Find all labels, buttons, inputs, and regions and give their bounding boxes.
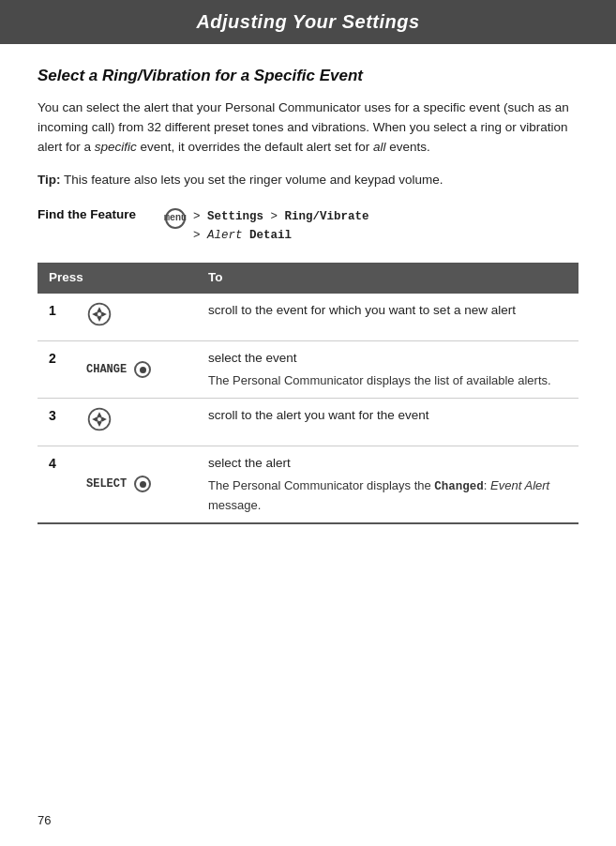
row1-press: [75, 293, 197, 341]
header-title: Adjusting Your Settings: [196, 11, 419, 32]
svg-point-0: [89, 304, 111, 325]
nav-circle-icon-3: [86, 406, 113, 432]
page-number: 76: [38, 813, 51, 827]
table-header-row: Press To: [38, 263, 578, 293]
svg-point-5: [97, 311, 101, 316]
row4-secondary: The Personal Communicator displays the C…: [208, 476, 567, 514]
svg-point-6: [89, 409, 111, 431]
svg-marker-10: [102, 416, 107, 421]
header-press: Press: [38, 263, 197, 293]
table-row: 2 CHANGE select the event The Personal C…: [38, 341, 578, 399]
content: Select a Ring/Vibration for a Specific E…: [0, 44, 616, 547]
feature-path-2: > Alert Detail: [193, 229, 292, 242]
svg-marker-3: [92, 311, 97, 316]
nav-circle-icon-1: [86, 301, 113, 327]
find-feature-content: menu > Settings > Ring/Vibrate > Alert D…: [165, 207, 369, 246]
find-feature-label: Find the Feature: [38, 207, 150, 221]
feature-path-1: > Settings > Ring/Vibrate: [193, 210, 369, 223]
bullet-icon: [134, 361, 151, 378]
menu-icon: menu: [165, 208, 186, 229]
table-row: 4 SELECT select the alert The Personal C…: [38, 446, 578, 523]
row2-press: CHANGE: [75, 341, 197, 399]
svg-marker-1: [97, 307, 101, 311]
tip-body: This feature also lets you set the ringe…: [64, 173, 443, 187]
table-row: 3 scroll to the alert you want for the e…: [38, 398, 578, 446]
instructions-table: Press To 1 scro: [38, 263, 578, 524]
row3-press: [75, 398, 197, 446]
row4-to: select the alert The Personal Communicat…: [197, 446, 578, 523]
row2-num: 2: [38, 341, 75, 399]
select-label: SELECT: [86, 476, 127, 492]
tip-paragraph: Tip: This feature also lets you set the …: [38, 171, 578, 190]
row4-press-combo: SELECT: [86, 476, 186, 492]
section-title: Select a Ring/Vibration for a Specific E…: [38, 67, 578, 85]
row1-num: 1: [38, 293, 75, 341]
feature-path: > Settings > Ring/Vibrate > Alert Detail: [193, 207, 369, 246]
svg-marker-8: [97, 422, 101, 427]
svg-marker-9: [92, 416, 97, 421]
bullet-dot: [140, 367, 146, 373]
intro-paragraph: You can select the alert that your Perso…: [38, 98, 578, 158]
svg-marker-4: [102, 311, 107, 316]
svg-point-11: [97, 416, 101, 421]
change-label: CHANGE: [86, 361, 127, 378]
row3-num: 3: [38, 398, 75, 446]
row2-to: select the event The Personal Communicat…: [197, 341, 578, 399]
row4-num: 4: [38, 446, 75, 523]
row1-to: scroll to the event for which you want t…: [197, 293, 578, 341]
changed-label: Changed: [434, 480, 484, 493]
bullet-dot-2: [140, 481, 146, 488]
row4-press: SELECT: [75, 446, 197, 523]
bullet-icon-2: [134, 476, 151, 492]
svg-marker-7: [97, 412, 101, 416]
table-row: 1 scroll to the event for which you want…: [38, 293, 578, 341]
tip-label: Tip:: [38, 173, 61, 187]
row3-to: scroll to the alert you want for the eve…: [197, 398, 578, 446]
row2-secondary: The Personal Communicator displays the l…: [208, 371, 567, 390]
header: Adjusting Your Settings: [0, 0, 616, 44]
header-to: To: [197, 263, 578, 293]
find-feature: Find the Feature menu > Settings > Ring/…: [38, 207, 578, 246]
row2-press-combo: CHANGE: [86, 361, 186, 378]
svg-marker-2: [97, 317, 101, 322]
